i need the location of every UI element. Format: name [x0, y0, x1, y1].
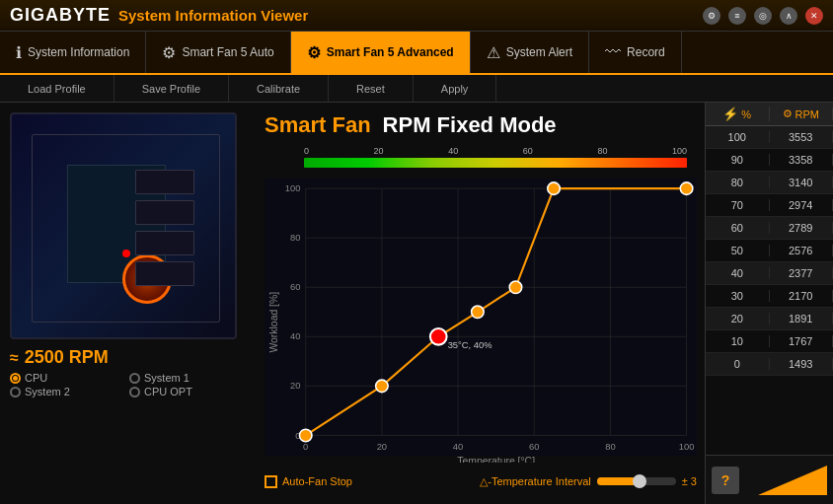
- temp-interval-slider-fill: [597, 477, 637, 485]
- auto-fan-stop: Auto-Fan Stop: [265, 475, 352, 488]
- pc-slot-1: [135, 170, 194, 194]
- tab-system-alert[interactable]: ⚠ System Alert: [471, 32, 589, 73]
- temp-interval: △-Temperature Interval ± 3: [480, 475, 697, 488]
- fan-option-cpuopt[interactable]: CPU OPT: [129, 386, 247, 397]
- settings-icon[interactable]: ⚙: [703, 7, 720, 25]
- table-row: 90 3358: [706, 149, 833, 172]
- tab-smart-fan-auto[interactable]: ⚙ Smart Fan 5 Auto: [146, 32, 290, 73]
- fan-option-cpu[interactable]: CPU: [10, 372, 127, 384]
- system-alert-icon: ⚠: [487, 43, 500, 62]
- chart-point-0: [299, 429, 312, 442]
- auto-fan-stop-label: Auto-Fan Stop: [282, 475, 352, 487]
- reset-button[interactable]: Reset: [329, 75, 414, 102]
- fan-status: ≈ 2500 RPM CPU System 1 System 2: [10, 347, 247, 397]
- chart-point-1: [376, 380, 389, 393]
- calibrate-button[interactable]: Calibrate: [229, 75, 329, 102]
- table-row: 20 1891: [706, 308, 833, 330]
- pc-slot-4: [135, 261, 194, 286]
- menu-icon[interactable]: ≡: [728, 7, 746, 25]
- app-title: System Information Viewer: [118, 7, 308, 24]
- fan-icon: ≈: [10, 349, 19, 367]
- svg-text:40: 40: [290, 331, 300, 341]
- chart-point-6: [680, 182, 693, 195]
- system-info-icon: ℹ: [16, 43, 22, 62]
- auto-fan-stop-checkbox[interactable]: [265, 475, 277, 488]
- svg-text:35°C, 40%: 35°C, 40%: [448, 340, 492, 350]
- svg-text:40: 40: [453, 442, 463, 452]
- pc-indicator-dot: [122, 250, 130, 257]
- temp-interval-value: ± 3: [682, 475, 697, 487]
- pc-case-visual: [10, 112, 237, 339]
- color-bar-container: [304, 158, 687, 168]
- tab-record-label: Record: [627, 45, 665, 59]
- center-panel: Smart Fan RPM Fixed Mode 0 20 40 60 80 1…: [257, 103, 705, 504]
- table-row: 100 3553: [706, 126, 833, 149]
- tab-smart-fan-advanced[interactable]: ⚙ Smart Fan 5 Advanced: [291, 32, 471, 73]
- rpm-val-20: 1891: [770, 313, 834, 324]
- rpm-pct-90: 90: [706, 154, 770, 166]
- fan-option-cpu-label: CPU: [25, 372, 47, 384]
- main-content: ≈ 2500 RPM CPU System 1 System 2: [0, 103, 833, 504]
- temp-interval-slider-thumb[interactable]: [633, 474, 646, 488]
- rpm-pct-40: 40: [706, 267, 770, 279]
- radio-system1[interactable]: [129, 373, 140, 384]
- radio-cpuopt[interactable]: [129, 387, 140, 397]
- right-panel: ⚡ % ⚙ RPM 100 3553 90 3358 80 3140: [705, 103, 833, 504]
- brand-gigabyte: GIGABYTE: [10, 5, 111, 26]
- fan-option-system1[interactable]: System 1: [129, 372, 247, 384]
- pc-slot-2: [135, 200, 194, 225]
- svg-text:60: 60: [290, 282, 300, 292]
- save-profile-button[interactable]: Save Profile: [114, 75, 229, 102]
- smart-fan-auto-icon: ⚙: [162, 43, 176, 62]
- rpm-col-pct-header: ⚡ %: [706, 107, 770, 121]
- rpm-pct-50: 50: [706, 245, 770, 256]
- rpm-icon: ⚙: [783, 108, 793, 120]
- table-row: 80 3140: [706, 172, 833, 194]
- color-bar-labels: 0 20 40 60 80 100: [304, 146, 687, 156]
- chart-area[interactable]: Workload [%] 0 20 40: [265, 172, 697, 463]
- close-icon[interactable]: ✕: [805, 7, 823, 25]
- svg-text:0: 0: [303, 442, 308, 452]
- table-row: 10 1767: [706, 330, 833, 353]
- left-panel: ≈ 2500 RPM CPU System 1 System 2: [0, 103, 257, 504]
- chart-title: Smart Fan RPM Fixed Mode: [265, 112, 697, 138]
- nav-tabs: ℹ System Information ⚙ Smart Fan 5 Auto …: [0, 32, 833, 75]
- tab-system-info-label: System Information: [28, 45, 129, 59]
- rpm-val-40: 2377: [770, 267, 834, 279]
- radio-cpu-inner: [13, 376, 18, 381]
- fan-option-system2[interactable]: System 2: [10, 386, 127, 397]
- fan-option-system2-label: System 2: [25, 386, 70, 397]
- chart-title-smart: Smart Fan: [265, 112, 371, 138]
- toolbar: Load Profile Save Profile Calibrate Rese…: [0, 75, 833, 103]
- rpm-pct-30: 30: [706, 290, 770, 302]
- mini-chart: [758, 466, 827, 495]
- radio-system2[interactable]: [10, 387, 21, 397]
- chart-point-3: [472, 306, 485, 319]
- tab-system-info[interactable]: ℹ System Information: [0, 32, 146, 73]
- record-icon: 〰: [605, 43, 621, 61]
- lightning-icon: ⚡: [722, 107, 738, 121]
- svg-text:60: 60: [529, 442, 539, 452]
- rpm-val-60: 2789: [770, 222, 834, 234]
- rpm-table: ⚡ % ⚙ RPM 100 3553 90 3358 80 3140: [705, 103, 833, 455]
- tab-record[interactable]: 〰 Record: [589, 32, 682, 73]
- pc-slots: [135, 170, 194, 327]
- tab-smart-fan-auto-label: Smart Fan 5 Auto: [182, 45, 273, 59]
- fan-options: CPU System 1 System 2 CPU OPT: [10, 372, 247, 397]
- table-row: 60 2789: [706, 217, 833, 240]
- fan-curve-chart[interactable]: Workload [%] 0 20 40: [265, 172, 697, 463]
- svg-marker-28: [758, 466, 827, 495]
- rpm-pct-20: 20: [706, 313, 770, 324]
- radio-cpu[interactable]: [10, 373, 21, 384]
- load-profile-button[interactable]: Load Profile: [0, 75, 114, 102]
- table-row: 40 2377: [706, 262, 833, 285]
- apply-button[interactable]: Apply: [414, 75, 497, 102]
- rpm-pct-80: 80: [706, 177, 770, 188]
- svg-text:Workload [%]: Workload [%]: [268, 292, 279, 353]
- chart-point-highlighted: [430, 328, 447, 345]
- svg-text:100: 100: [285, 183, 301, 193]
- table-row: 0 1493: [706, 353, 833, 376]
- help-button[interactable]: ?: [712, 467, 739, 494]
- expand-icon[interactable]: ◎: [754, 7, 772, 25]
- minimize-icon[interactable]: ∧: [780, 7, 797, 25]
